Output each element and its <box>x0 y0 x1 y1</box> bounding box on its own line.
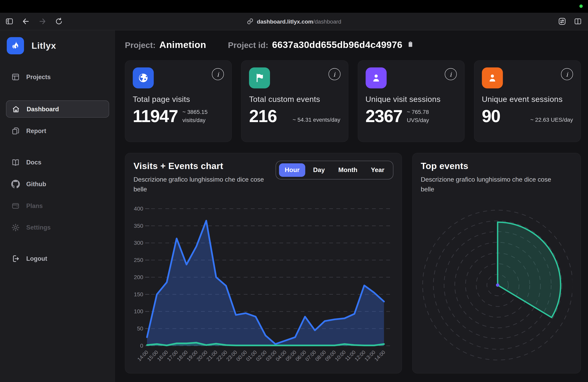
visits-events-area-chart: 05010015020025030035040014:0015:0016:001… <box>134 201 393 368</box>
visits-events-chart-card: Visits + Events chart Descrizione grafic… <box>125 153 402 373</box>
svg-text:17:00: 17:00 <box>166 349 179 362</box>
user-icon <box>482 68 503 89</box>
copy-clipboard-icon[interactable] <box>407 40 414 50</box>
stat-title: Unique visit sessions <box>365 95 457 104</box>
info-icon[interactable]: i <box>561 68 573 80</box>
sidebar-item-label: Report <box>26 127 46 134</box>
svg-text:20:00: 20:00 <box>196 349 209 362</box>
user-icon <box>365 68 386 89</box>
svg-text:50: 50 <box>137 325 143 332</box>
project-id: 6637a30dd655db96d4c49976 <box>272 39 402 50</box>
logout-icon <box>11 254 20 263</box>
sidebar-item-projects[interactable]: Projects <box>6 69 109 85</box>
stat-title: Total page visits <box>133 95 224 104</box>
svg-text:11:00: 11:00 <box>344 349 357 362</box>
svg-text:400: 400 <box>134 205 143 211</box>
globe-icon <box>133 68 154 89</box>
svg-text:05:00: 05:00 <box>284 349 297 362</box>
svg-text:06:00: 06:00 <box>294 349 307 362</box>
litlyx-dashboard-window: dashboard.litlyx.com/dashboard Litlyx Pr… <box>0 0 588 382</box>
info-icon[interactable]: i <box>212 68 224 80</box>
litlyx-logo-icon <box>7 37 24 54</box>
reload-icon[interactable] <box>55 17 63 25</box>
svg-text:00:00: 00:00 <box>235 349 248 362</box>
svg-text:04:00: 04:00 <box>274 349 288 362</box>
range-option-month[interactable]: Month <box>333 163 363 177</box>
range-option-year[interactable]: Year <box>365 163 390 177</box>
stat-card-total-page-visits: i Total page visits 11947 ~ 3865.15 visi… <box>125 60 232 142</box>
stats-row: i Total page visits 11947 ~ 3865.15 visi… <box>125 60 581 142</box>
svg-text:150: 150 <box>134 291 143 297</box>
sidebar-item-settings[interactable]: Settings <box>6 219 109 236</box>
reader-options-icon[interactable] <box>558 17 566 25</box>
window-status-dot <box>579 5 583 8</box>
projects-icon <box>11 73 20 81</box>
brand: Litlyx <box>6 37 109 54</box>
stat-value: 216 <box>249 108 277 125</box>
window-titlebar <box>0 0 588 13</box>
svg-text:09:00: 09:00 <box>324 349 337 362</box>
project-label: Project: <box>125 40 156 50</box>
split-view-icon[interactable] <box>574 17 582 25</box>
chart-description: Descrizione grafico lunghissimo che dice… <box>421 175 560 195</box>
svg-text:300: 300 <box>134 240 143 246</box>
sidebar-item-plans[interactable]: Plans <box>6 197 109 214</box>
github-icon <box>11 180 20 188</box>
stat-note: ~ 54.31 events/day <box>277 115 340 125</box>
sidebar-item-label: Github <box>26 180 46 188</box>
svg-text:01:00: 01:00 <box>245 349 258 362</box>
forward-icon[interactable] <box>38 17 46 25</box>
svg-text:21:00: 21:00 <box>205 349 218 362</box>
svg-text:14:00: 14:00 <box>373 349 386 362</box>
stat-note: ~ 22.63 UES/day <box>500 115 573 125</box>
sidebar: Litlyx Projects Dashboard Report Docs Gi <box>0 30 116 382</box>
sidebar-item-label: Logout <box>26 255 47 262</box>
chart-title: Visits + Events chart <box>134 161 273 171</box>
stat-value: 11947 <box>133 108 178 125</box>
info-icon[interactable]: i <box>328 68 340 80</box>
svg-text:07:00: 07:00 <box>304 349 317 362</box>
sidebar-item-label: Dashboard <box>27 105 59 113</box>
home-icon <box>12 105 20 113</box>
link-icon <box>247 18 253 25</box>
stat-card-unique-event-sessions: i Unique event sessions 90 ~ 22.63 UES/d… <box>474 60 581 142</box>
svg-text:23:00: 23:00 <box>225 349 238 362</box>
project-id-label: Project id: <box>228 40 268 50</box>
url-path: /dashboard <box>313 18 341 25</box>
svg-text:13:00: 13:00 <box>363 349 377 362</box>
svg-text:02:00: 02:00 <box>255 349 268 362</box>
svg-text:08:00: 08:00 <box>314 349 327 362</box>
svg-text:03:00: 03:00 <box>265 349 278 362</box>
info-icon[interactable]: i <box>445 68 457 80</box>
top-events-polar-chart <box>421 201 572 368</box>
svg-text:18:00: 18:00 <box>176 349 189 362</box>
sidebar-toggle-icon[interactable] <box>5 17 13 25</box>
report-icon <box>11 126 20 135</box>
sidebar-item-label: Docs <box>26 159 42 166</box>
range-option-hour[interactable]: Hour <box>279 163 305 177</box>
top-events-chart-card: Top events Descrizione grafico lunghissi… <box>412 153 581 373</box>
sidebar-item-label: Settings <box>26 224 51 231</box>
sidebar-item-github[interactable]: Github <box>6 176 109 192</box>
wallet-icon <box>11 201 20 210</box>
svg-text:16:00: 16:00 <box>156 349 169 362</box>
svg-text:0: 0 <box>140 343 143 349</box>
page-header: Project: Animetion Project id: 6637a30dd… <box>125 39 581 50</box>
range-option-day[interactable]: Day <box>307 163 330 177</box>
flag-icon <box>249 68 270 89</box>
brand-name: Litlyx <box>32 40 56 51</box>
svg-text:350: 350 <box>134 223 143 229</box>
sidebar-item-logout[interactable]: Logout <box>6 250 109 267</box>
back-icon[interactable] <box>22 17 30 25</box>
stat-title: Total custom events <box>249 95 340 104</box>
address-bar[interactable]: dashboard.litlyx.com/dashboard <box>215 18 373 25</box>
sidebar-item-dashboard[interactable]: Dashboard <box>6 100 109 118</box>
stat-card-total-custom-events: i Total custom events 216 ~ 54.31 events… <box>241 60 348 142</box>
charts-row: Visits + Events chart Descrizione grafic… <box>125 153 581 373</box>
svg-text:10:00: 10:00 <box>334 349 347 362</box>
sidebar-item-label: Plans <box>26 202 43 209</box>
svg-text:12:00: 12:00 <box>354 349 367 362</box>
sidebar-item-docs[interactable]: Docs <box>6 154 109 171</box>
sidebar-item-report[interactable]: Report <box>6 122 109 139</box>
svg-text:22:00: 22:00 <box>215 349 228 362</box>
